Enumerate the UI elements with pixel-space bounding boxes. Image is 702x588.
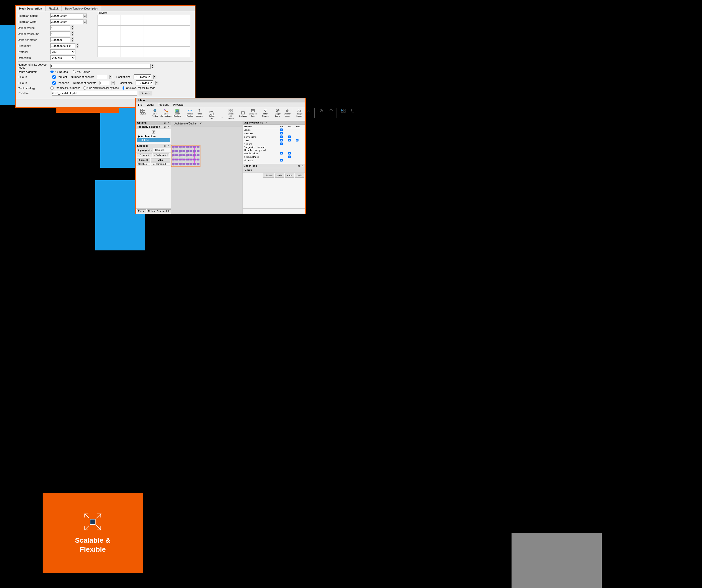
- clock-manager-option[interactable]: One clock manager by node: [83, 87, 119, 90]
- export-button[interactable]: Export: [137, 209, 146, 213]
- color-nodes-button[interactable]: Color Nodes: [150, 108, 159, 118]
- tab-flex-edit[interactable]: FlexEdit: [45, 6, 62, 11]
- tree-outline[interactable]: Outline: [137, 138, 170, 142]
- refresh-view-button[interactable]: Refresh View: [327, 108, 336, 118]
- canvas-tab-main[interactable]: Architecture/Outline: [172, 122, 199, 126]
- clock-regime-radio[interactable]: [122, 87, 125, 90]
- layout-selected-button[interactable]: Layout Selected: [339, 108, 348, 118]
- frequency-spinner[interactable]: ▲▼: [76, 43, 79, 48]
- menu-file[interactable]: File: [137, 103, 144, 107]
- expand-all-button[interactable]: ↕ Expand All: [137, 153, 152, 157]
- stats-dock-btn[interactable]: ⊡: [163, 145, 166, 147]
- fifo-response-check[interactable]: Response: [52, 82, 69, 85]
- frequency-field[interactable]: [50, 43, 76, 48]
- units-by-line-spinner[interactable]: ▲▼: [71, 25, 74, 30]
- pdd-file-field[interactable]: [52, 91, 137, 96]
- right-close-btn[interactable]: ✕: [265, 122, 268, 124]
- xy-routes-radio[interactable]: [50, 70, 53, 74]
- fifo-packets-spinner-1[interactable]: ▲ ▼: [109, 75, 112, 79]
- undo-close-btn[interactable]: ✕: [301, 165, 304, 167]
- num-links-spinner[interactable]: ▲ ▼: [151, 64, 154, 68]
- browse-button[interactable]: Browse: [139, 91, 152, 96]
- layout-button[interactable]: Layout: [138, 108, 147, 116]
- select-all-nodes-button[interactable]: Select All Nodes: [226, 108, 235, 120]
- vis-pin-locks-check[interactable]: [280, 159, 283, 161]
- menu-visual[interactable]: Visual: [146, 103, 155, 107]
- bigger-icons-button[interactable]: Bigger Icons: [273, 108, 282, 118]
- vis-units-check[interactable]: [280, 139, 283, 142]
- data-width-select[interactable]: 256 bits: [50, 55, 76, 60]
- topology-canvas-area[interactable]: link_0_9 link_1_3 link_2_2 link_3_3: [171, 127, 242, 213]
- units-by-column-spinner[interactable]: ▲▼: [71, 31, 74, 36]
- vis-networks-check[interactable]: [280, 132, 283, 135]
- menu-physical[interactable]: Physical: [172, 103, 185, 107]
- filter-routes-button[interactable]: ▽ Filter Routes: [261, 108, 270, 118]
- refresh-topology-button[interactable]: Refresh Topology Infos: [147, 209, 172, 213]
- smaller-labels-button[interactable]: A- Smaller Labels: [305, 108, 314, 118]
- vis-regions-check[interactable]: [280, 143, 283, 145]
- clock-manager-radio[interactable]: [83, 87, 87, 90]
- fifo-response-checkbox[interactable]: [52, 82, 55, 85]
- force-arrows-button[interactable]: Force Arrows: [195, 108, 204, 118]
- protocol-select[interactable]: AXI: [50, 49, 76, 54]
- undo-dock-btn[interactable]: ⊡: [297, 165, 300, 167]
- issues-tab[interactable]: Issues(0): [154, 148, 165, 152]
- floorplan-height-spinner[interactable]: ▲▼: [83, 13, 87, 18]
- units-by-column-field[interactable]: [50, 31, 71, 36]
- clock-all-radio[interactable]: [50, 87, 53, 90]
- collapse-button[interactable]: Collapse: [238, 110, 247, 118]
- sel-disabled-pipes-check[interactable]: [288, 155, 291, 158]
- fifo-packets-field-2[interactable]: [99, 81, 109, 85]
- xy-routes-option[interactable]: XY Routes: [50, 70, 68, 74]
- follow-routes-button[interactable]: Follow Routes: [185, 108, 194, 118]
- tree-architecture[interactable]: ▶ Architecture: [137, 135, 170, 138]
- topo-sel-dock-btn[interactable]: ⊡: [163, 126, 166, 128]
- packet-size-spinner-1[interactable]: ▲ ▼: [153, 75, 156, 79]
- units-by-line-field[interactable]: [50, 25, 71, 30]
- collapse-on-button[interactable]: Collapse On...: [248, 108, 257, 118]
- units-per-meter-spinner[interactable]: ▲▼: [71, 37, 74, 42]
- packet-size-select-2[interactable]: 512 bytes: [136, 81, 153, 86]
- packet-size-spinner-2[interactable]: ▲ ▼: [155, 81, 158, 85]
- redo-button[interactable]: Redo: [285, 173, 294, 177]
- smaller-icons-button[interactable]: Smaller Icons: [283, 108, 292, 118]
- sel-connections-check[interactable]: [288, 136, 291, 138]
- menu-topology[interactable]: Topology: [157, 103, 170, 107]
- topology-infos-tab[interactable]: Topology Infos: [137, 148, 153, 152]
- yx-routes-radio[interactable]: [73, 70, 76, 74]
- select-all-button[interactable]: Select All: [207, 110, 216, 120]
- tab-basic-topology[interactable]: Basic Topology Description: [62, 6, 101, 11]
- reset-view-button[interactable]: Reset View: [349, 108, 358, 118]
- collapse-all-button[interactable]: ↕ Collapse All: [153, 153, 169, 157]
- floorplan-width-field[interactable]: [50, 19, 83, 24]
- fifo-request-checkbox[interactable]: [52, 76, 55, 79]
- mov-units-check[interactable]: [296, 139, 299, 142]
- fifo-request-check[interactable]: Request: [52, 76, 67, 79]
- clock-regime-option[interactable]: One clock regime by node: [122, 87, 155, 90]
- topo-sel-close-btn[interactable]: ✕: [167, 126, 170, 128]
- floorplan-height-field[interactable]: [50, 13, 83, 18]
- sel-enabled-pipes-check[interactable]: [288, 152, 291, 154]
- canvas-close-tab[interactable]: ✕: [199, 122, 203, 126]
- bigger-labels-button[interactable]: A+ Bigger Labels: [295, 108, 304, 118]
- right-dock-btn[interactable]: ⊡: [261, 122, 264, 124]
- vis-connections-check[interactable]: [280, 136, 283, 138]
- color-connections-button[interactable]: Color Connections: [160, 108, 172, 118]
- packet-size-select-1[interactable]: 512 bytes: [134, 75, 151, 80]
- options-close-button[interactable]: ✕: [167, 122, 170, 124]
- tab-mesh-description[interactable]: Mesh Description: [16, 6, 45, 11]
- units-per-meter-field[interactable]: [50, 37, 71, 42]
- num-links-field[interactable]: [50, 63, 151, 68]
- vis-enabled-pipes-check[interactable]: [280, 152, 283, 154]
- fifo-packets-field-1[interactable]: [97, 75, 107, 79]
- undo-button[interactable]: Undo: [295, 173, 304, 177]
- clock-all-option[interactable]: One clock for all nodes: [50, 87, 80, 90]
- sel-units-check[interactable]: [288, 139, 291, 142]
- more-button[interactable]: ···: [217, 115, 226, 120]
- discard-button[interactable]: Discard: [263, 173, 274, 177]
- jump-selected-button[interactable]: Jump To Selected: [317, 108, 326, 118]
- vis-labels-check[interactable]: [280, 129, 283, 131]
- defer-button[interactable]: Defer: [275, 173, 284, 177]
- floorplan-width-spinner[interactable]: ▲▼: [83, 19, 87, 24]
- yx-routes-option[interactable]: YX Routes: [73, 70, 90, 74]
